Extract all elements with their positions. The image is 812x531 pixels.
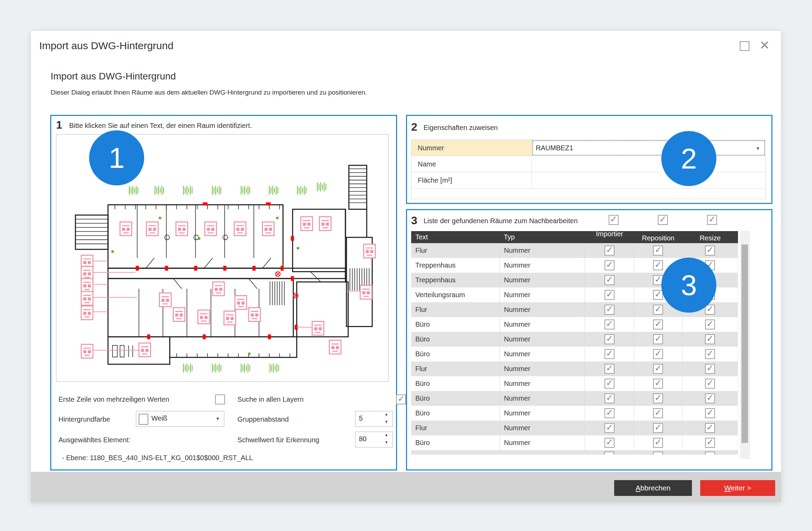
close-button[interactable]: ✕	[758, 39, 771, 52]
flaeche-field[interactable]	[532, 172, 765, 188]
reposition-checkbox[interactable]	[653, 290, 663, 300]
resize-checkbox[interactable]	[705, 246, 715, 256]
spin-up-icon[interactable]: ▲	[383, 412, 390, 418]
reposition-checkbox[interactable]	[653, 364, 663, 374]
importieren-checkbox[interactable]	[605, 364, 615, 374]
first-line-checkbox[interactable]	[215, 394, 225, 404]
group-distance-label: Gruppenabstand	[237, 415, 289, 423]
nummer-field[interactable]: RAUMBEZ1 ▼	[532, 140, 765, 155]
table-row[interactable]: BüroNummer	[411, 332, 738, 347]
reposition-checkbox[interactable]	[653, 349, 663, 359]
spin-down-icon[interactable]: ▼	[383, 440, 390, 446]
resize-checkbox[interactable]	[705, 349, 715, 359]
reposition-all-checkbox[interactable]	[658, 215, 668, 225]
importieren-checkbox[interactable]	[605, 290, 615, 300]
reposition-checkbox[interactable]	[653, 408, 663, 418]
vertical-scrollbar[interactable]	[740, 231, 750, 459]
checkbox[interactable]	[604, 452, 614, 455]
background-color-dropdown[interactable]: Weiß ▼	[136, 411, 224, 427]
name-label: Name	[412, 156, 532, 172]
room-typ-cell: Nummer	[500, 435, 585, 450]
importieren-cell	[585, 361, 634, 376]
table-row[interactable]: BüroNummer	[411, 376, 738, 391]
resize-all-checkbox[interactable]	[707, 215, 717, 225]
spin-down-icon[interactable]: ▼	[383, 420, 390, 426]
resize-checkbox[interactable]	[705, 364, 715, 374]
scrollbar-thumb[interactable]	[741, 245, 748, 443]
search-all-layers-checkbox[interactable]	[396, 394, 406, 404]
importieren-checkbox[interactable]	[605, 438, 615, 448]
resize-checkbox[interactable]	[705, 393, 715, 403]
table-row[interactable]: FlurNummer	[411, 361, 738, 376]
window-title: Import aus DWG-Hintergrund	[39, 40, 173, 52]
importieren-checkbox[interactable]	[605, 246, 615, 256]
importieren-checkbox[interactable]	[605, 334, 615, 344]
resize-checkbox[interactable]	[705, 305, 715, 315]
table-row[interactable]: BüroNummer	[411, 347, 738, 361]
table-row[interactable]: BüroNummer	[411, 406, 738, 421]
cancel-button[interactable]: Abbrechen	[614, 480, 692, 496]
reposition-checkbox[interactable]	[653, 305, 663, 315]
resize-checkbox[interactable]	[705, 379, 715, 389]
group-distance-stepper[interactable]: 5 ▲ ▼	[355, 411, 393, 427]
room-typ-cell: Nummer	[500, 391, 585, 406]
importieren-cell	[585, 243, 634, 258]
importieren-cell	[585, 317, 634, 332]
importieren-checkbox[interactable]	[605, 305, 615, 315]
background-color-value: Weiß	[151, 414, 167, 422]
reposition-cell	[634, 347, 682, 361]
resize-checkbox[interactable]	[705, 334, 715, 344]
name-field[interactable]	[532, 156, 765, 172]
importieren-checkbox[interactable]	[605, 349, 615, 359]
threshold-stepper[interactable]: 80 ▲ ▼	[355, 432, 393, 447]
room-text-cell: Flur	[411, 247, 500, 254]
importieren-checkbox[interactable]	[605, 379, 615, 389]
importieren-cell	[585, 421, 634, 435]
reposition-checkbox[interactable]	[653, 260, 663, 270]
importieren-cell	[585, 347, 634, 361]
section-1-number: 1	[56, 119, 62, 131]
section-1-instruction: Bitte klicken Sie auf einen Text, der ei…	[69, 122, 252, 130]
importieren-cell	[585, 273, 634, 288]
reposition-cell	[634, 391, 682, 406]
resize-cell	[682, 406, 738, 421]
maximize-icon	[740, 41, 749, 51]
reposition-checkbox[interactable]	[653, 246, 663, 256]
room-table-header: Text Typ Importier Reposition Resize	[411, 231, 738, 243]
checkbox[interactable]	[705, 452, 715, 455]
importieren-checkbox[interactable]	[605, 275, 615, 285]
spin-up-icon[interactable]: ▲	[383, 433, 390, 439]
checkbox[interactable]	[653, 452, 663, 455]
table-row[interactable]: FlurNummer	[411, 421, 738, 435]
chevron-down-icon[interactable]: ▼	[756, 146, 760, 151]
room-text-cell: Verteilungsraum	[411, 291, 500, 299]
maximize-button[interactable]	[737, 39, 751, 52]
next-button[interactable]: Weiter >	[700, 480, 775, 496]
importieren-all-checkbox[interactable]	[609, 215, 619, 225]
table-row[interactable]: BüroNummer	[411, 317, 738, 332]
background-color-label: Hintergrundfarbe	[58, 415, 110, 423]
resize-checkbox[interactable]	[705, 438, 715, 448]
importieren-checkbox[interactable]	[605, 423, 615, 433]
importieren-checkbox[interactable]	[605, 393, 615, 403]
reposition-checkbox[interactable]	[653, 438, 663, 448]
resize-checkbox[interactable]	[705, 423, 715, 433]
table-row[interactable]: BüroNummer	[411, 391, 738, 406]
reposition-checkbox[interactable]	[653, 319, 663, 329]
resize-checkbox[interactable]	[705, 408, 715, 418]
resize-checkbox[interactable]	[705, 319, 715, 329]
reposition-checkbox[interactable]	[653, 423, 663, 433]
reposition-cell	[634, 243, 682, 258]
table-row[interactable]: FlurNummer	[411, 243, 738, 258]
table-row[interactable]: BüroNummer	[411, 435, 738, 450]
room-typ-cell: Nummer	[500, 406, 585, 421]
importieren-checkbox[interactable]	[605, 260, 615, 270]
importieren-checkbox[interactable]	[605, 408, 615, 418]
reposition-checkbox[interactable]	[653, 393, 663, 403]
reposition-checkbox[interactable]	[653, 379, 663, 389]
importieren-checkbox[interactable]	[605, 319, 615, 329]
table-row-partial	[411, 450, 738, 455]
reposition-checkbox[interactable]	[653, 334, 663, 344]
importieren-cell	[585, 406, 634, 421]
room-typ-cell: Nummer	[500, 361, 585, 376]
